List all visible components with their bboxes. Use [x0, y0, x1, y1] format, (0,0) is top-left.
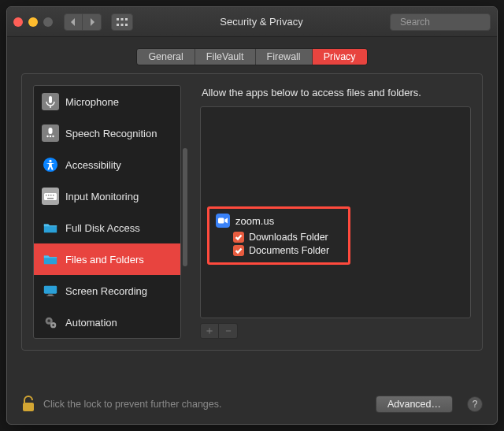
svg-rect-4: [121, 24, 124, 26]
microphone-icon: [42, 93, 59, 110]
tab-privacy[interactable]: Privacy: [313, 49, 367, 65]
zoom-window-button[interactable]: [43, 17, 53, 27]
sidebar-item-label: Accessibility: [65, 159, 121, 171]
svg-rect-8: [49, 96, 52, 103]
svg-rect-1: [121, 18, 124, 20]
sidebar-item-label: Input Monitoring: [65, 191, 139, 202]
svg-rect-29: [218, 218, 224, 224]
permission-row[interactable]: Downloads Folder: [233, 232, 342, 243]
show-all-button[interactable]: [111, 13, 133, 31]
folder-icon: [42, 219, 59, 236]
svg-rect-20: [53, 195, 54, 196]
permission-label: Documents Folder: [249, 245, 329, 256]
checkbox-checked-icon[interactable]: [233, 232, 244, 243]
svg-point-11: [50, 136, 51, 137]
sidebar-item-input-monitoring[interactable]: Input Monitoring: [34, 180, 180, 212]
add-button[interactable]: ＋: [200, 323, 219, 339]
search-input[interactable]: [398, 16, 498, 28]
svg-point-26: [47, 319, 50, 322]
svg-rect-18: [48, 195, 50, 196]
tabs: General FileVault Firewall Privacy: [136, 48, 367, 65]
svg-rect-0: [117, 18, 119, 20]
svg-rect-3: [117, 24, 119, 26]
app-entry-zoom: zoom.us Downloads Folder Documents Folde…: [207, 206, 350, 265]
gear-icon: [42, 314, 59, 331]
sidebar-item-speech[interactable]: Speech Recognition: [34, 117, 180, 149]
app-name: zoom.us: [235, 215, 274, 227]
remove-button[interactable]: －: [219, 323, 238, 339]
help-button[interactable]: ?: [467, 396, 483, 412]
tab-firewall[interactable]: Firewall: [256, 49, 313, 65]
sidebar-item-label: Microphone: [65, 96, 119, 108]
window-title: Security & Privacy: [139, 16, 384, 28]
sidebar-item-label: Full Disk Access: [65, 222, 140, 234]
search-field[interactable]: [390, 13, 491, 31]
advanced-button[interactable]: Advanced…: [376, 396, 453, 413]
lock-icon[interactable]: [21, 396, 35, 413]
permission-row[interactable]: Documents Folder: [233, 245, 342, 256]
sidebar-item-label: Files and Folders: [65, 254, 144, 266]
checkbox-checked-icon[interactable]: [233, 245, 244, 256]
svg-rect-30: [23, 403, 34, 411]
footer: Click the lock to prevent further change…: [7, 388, 497, 424]
svg-rect-24: [46, 295, 54, 296]
nav-buttons: [64, 13, 102, 31]
main-content: Microphone Speech Recognition Accessibil…: [7, 73, 497, 388]
titlebar: Security & Privacy: [7, 7, 497, 37]
tab-general[interactable]: General: [137, 49, 195, 65]
svg-rect-23: [48, 295, 52, 295]
add-remove-controls: ＋ －: [200, 323, 471, 339]
svg-rect-17: [46, 195, 47, 196]
sidebar-scrollbar[interactable]: [183, 148, 187, 266]
accessibility-icon: [42, 156, 59, 173]
close-window-button[interactable]: [13, 17, 23, 27]
sidebar-item-microphone[interactable]: Microphone: [34, 86, 180, 117]
app-title-row: zoom.us: [216, 214, 342, 228]
keyboard-icon: [42, 188, 59, 205]
detail-pane: Allow the apps below to access files and…: [200, 85, 471, 339]
svg-rect-22: [44, 286, 57, 294]
preferences-window: Security & Privacy General FileVault Fir…: [6, 6, 498, 425]
window-controls: [13, 17, 53, 27]
svg-rect-16: [44, 193, 57, 200]
sidebar-item-automation[interactable]: Automation: [34, 307, 180, 338]
sidebar-item-full-disk[interactable]: Full Disk Access: [34, 212, 180, 243]
lock-hint-text: Click the lock to prevent further change…: [43, 399, 368, 410]
privacy-sidebar[interactable]: Microphone Speech Recognition Accessibil…: [33, 85, 181, 339]
svg-rect-2: [125, 18, 128, 20]
tab-filevault[interactable]: FileVault: [195, 49, 256, 65]
svg-point-28: [52, 324, 54, 326]
sidebar-item-label: Speech Recognition: [65, 128, 157, 139]
svg-point-13: [52, 136, 54, 137]
minimize-window-button[interactable]: [28, 17, 38, 27]
speech-icon: [42, 124, 59, 142]
sidebar-item-advertising[interactable]: Advertising: [34, 338, 180, 339]
sidebar-item-screen-recording[interactable]: Screen Recording: [34, 275, 180, 307]
svg-rect-19: [50, 195, 52, 196]
svg-point-12: [46, 136, 48, 137]
svg-rect-10: [49, 128, 53, 134]
svg-rect-5: [125, 24, 128, 26]
permission-label: Downloads Folder: [249, 232, 328, 243]
sidebar-item-files-folders[interactable]: Files and Folders: [34, 243, 180, 275]
sidebar-item-label: Screen Recording: [65, 285, 147, 297]
app-list[interactable]: zoom.us Downloads Folder Documents Folde…: [200, 106, 471, 318]
svg-rect-21: [47, 198, 54, 199]
detail-heading: Allow the apps below to access files and…: [202, 87, 471, 98]
display-icon: [42, 282, 59, 299]
sidebar-item-accessibility[interactable]: Accessibility: [34, 149, 180, 180]
folder-icon: [42, 251, 59, 268]
sidebar-wrapper: Microphone Speech Recognition Accessibil…: [33, 85, 187, 339]
back-button[interactable]: [64, 13, 83, 31]
svg-point-15: [49, 160, 51, 162]
sidebar-item-label: Automation: [65, 317, 117, 329]
privacy-container: Microphone Speech Recognition Accessibil…: [21, 73, 483, 351]
tabs-row: General FileVault Firewall Privacy: [7, 37, 497, 73]
zoom-app-icon: [216, 214, 230, 228]
forward-button[interactable]: [83, 13, 102, 31]
